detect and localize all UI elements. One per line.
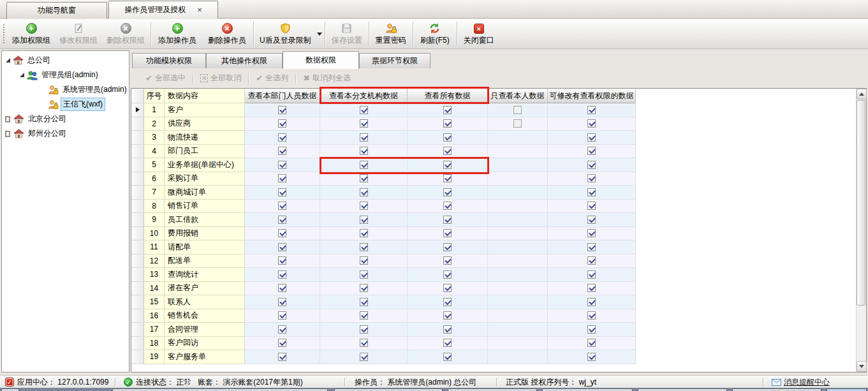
row-indicator-cell[interactable] xyxy=(131,282,144,296)
tab-other-operation-permission[interactable]: 其他操作权限 xyxy=(206,53,283,68)
permission-checkbox[interactable] xyxy=(360,339,368,347)
permission-checkbox[interactable] xyxy=(278,284,286,292)
taskbar-item[interactable] xyxy=(334,388,443,391)
table-row[interactable]: 12配送单 xyxy=(131,255,636,269)
table-row[interactable]: 18客户回访 xyxy=(131,337,636,351)
permission-checkbox[interactable] xyxy=(278,161,286,169)
permission-checkbox[interactable] xyxy=(360,216,368,224)
table-row[interactable]: 5业务单据(单据中心) xyxy=(131,158,636,172)
table-row[interactable]: 16销售机会 xyxy=(131,309,636,323)
permission-checkbox[interactable] xyxy=(278,298,286,306)
row-indicator-cell[interactable] xyxy=(131,255,144,269)
cancel-column-button[interactable]: ✖ 取消列全选 xyxy=(298,73,356,84)
permission-checkbox[interactable] xyxy=(587,353,596,361)
table-row[interactable]: 8销售订单 xyxy=(131,200,636,214)
permission-checkbox[interactable] xyxy=(360,243,368,251)
ushield-login-limit-button[interactable]: U盾及登录限制 xyxy=(255,19,316,48)
row-indicator-cell[interactable] xyxy=(131,227,144,241)
collapse-toggle-icon[interactable] xyxy=(6,58,10,63)
delete-permission-group-button[interactable]: × 删除权限组 xyxy=(102,19,149,48)
tab-function-navigator[interactable]: 功能导航窗 xyxy=(6,2,107,18)
delete-operator-button[interactable]: × 删除操作员 xyxy=(202,19,252,48)
permission-checkbox[interactable] xyxy=(443,119,452,128)
permission-checkbox[interactable] xyxy=(587,270,596,279)
table-row[interactable]: 14潜在客户 xyxy=(131,282,636,296)
permission-checkbox[interactable] xyxy=(278,147,286,155)
refresh-button[interactable]: 刷新(F5) xyxy=(415,19,455,48)
permission-checkbox[interactable] xyxy=(278,119,286,128)
permission-checkbox[interactable] xyxy=(443,229,452,237)
permission-checkbox[interactable] xyxy=(443,311,452,320)
permission-checkbox[interactable] xyxy=(278,270,286,279)
permission-checkbox[interactable] xyxy=(278,339,286,347)
permission-checkbox[interactable] xyxy=(587,174,596,182)
table-row[interactable]: 4部门员工 xyxy=(131,145,636,159)
scroll-up-button[interactable] xyxy=(857,89,867,100)
tab-module-permission[interactable]: 功能模块权限 xyxy=(132,53,206,68)
permission-checkbox[interactable] xyxy=(587,256,596,265)
permission-checkbox[interactable] xyxy=(278,188,286,196)
permission-checkbox[interactable] xyxy=(360,133,368,142)
permission-checkbox[interactable] xyxy=(443,147,452,155)
permission-checkbox[interactable] xyxy=(587,298,596,306)
column-header-modify-data[interactable]: 可修改有查看权限的数据 xyxy=(548,89,636,103)
permission-checkbox[interactable] xyxy=(360,106,368,114)
permission-checkbox[interactable] xyxy=(360,147,368,155)
tab-operator-management[interactable]: 操作员管理及授权 × xyxy=(108,1,218,18)
permission-checkbox[interactable] xyxy=(278,174,286,182)
row-indicator-cell[interactable] xyxy=(131,131,144,145)
table-row[interactable]: 15联系人 xyxy=(131,295,636,309)
table-row[interactable]: 11请配单 xyxy=(131,240,636,255)
close-tab-icon[interactable]: × xyxy=(197,6,202,14)
permission-checkbox[interactable] xyxy=(443,202,452,210)
message-center-link[interactable]: 消息提醒中心 xyxy=(772,376,830,388)
permission-checkbox[interactable] xyxy=(360,353,368,361)
permission-checkbox[interactable] xyxy=(360,325,368,334)
permission-checkbox[interactable] xyxy=(443,298,452,306)
tree-node-wangxinfei[interactable]: 王信飞(wxf) xyxy=(45,98,105,111)
table-row[interactable]: 10费用报销 xyxy=(131,227,636,241)
permission-checkbox[interactable] xyxy=(587,284,596,292)
permission-checkbox[interactable] xyxy=(587,161,596,169)
tab-ticket-link-permission[interactable]: 票据环节权限 xyxy=(359,53,430,68)
permission-checkbox[interactable] xyxy=(443,339,452,347)
save-settings-button[interactable]: 保存设置 xyxy=(327,19,367,48)
expand-toggle-icon[interactable] xyxy=(6,117,10,122)
permission-checkbox[interactable] xyxy=(443,188,452,196)
permission-checkbox[interactable] xyxy=(587,339,596,347)
collapse-toggle-icon[interactable] xyxy=(20,73,24,77)
permission-checkbox[interactable] xyxy=(443,256,452,265)
table-row[interactable]: 9员工借款 xyxy=(131,213,636,227)
column-header-num[interactable]: 序号 xyxy=(144,89,165,103)
permission-checkbox[interactable] xyxy=(360,119,368,128)
permission-checkbox[interactable] xyxy=(278,256,286,265)
row-indicator-cell[interactable] xyxy=(131,337,144,351)
cancel-all-button[interactable]: ✕ 全部取消 xyxy=(195,73,246,84)
permission-checkbox[interactable] xyxy=(587,243,596,251)
permission-checkbox[interactable] xyxy=(443,243,452,251)
tree-node-head-office[interactable]: 总公司 xyxy=(6,54,52,67)
permission-checkbox[interactable] xyxy=(587,202,596,210)
tree-node-beijing-branch[interactable]: 北京分公司 xyxy=(6,112,68,126)
permission-checkbox[interactable] xyxy=(360,174,368,182)
taskbar-item[interactable] xyxy=(542,388,633,391)
row-indicator-cell[interactable] xyxy=(131,213,144,227)
add-operator-button[interactable]: + 添加操作员 xyxy=(152,19,202,48)
column-header-self-data[interactable]: 只查看本人数据 xyxy=(488,89,548,103)
row-indicator-cell[interactable] xyxy=(131,268,144,282)
row-indicator-cell[interactable] xyxy=(131,323,144,337)
permission-checkbox[interactable] xyxy=(360,284,368,292)
permission-checkbox[interactable] xyxy=(278,229,286,237)
permission-checkbox[interactable] xyxy=(278,202,286,210)
select-all-button[interactable]: ✔ 全部选中 xyxy=(140,73,191,84)
permission-checkbox[interactable] xyxy=(587,325,596,334)
edit-permission-group-button[interactable]: 修改权限组 xyxy=(55,19,102,48)
tree-node-system-admin[interactable]: 系统管理员(admin) xyxy=(45,83,129,96)
table-row[interactable]: 2供应商 xyxy=(131,117,636,131)
row-indicator-cell[interactable] xyxy=(131,103,144,117)
permission-checkbox[interactable] xyxy=(587,216,596,224)
column-header-dept-data[interactable]: 查看本部门人员数据 xyxy=(245,89,320,103)
permission-checkbox[interactable] xyxy=(587,106,596,114)
permission-checkbox[interactable] xyxy=(443,216,452,224)
permission-checkbox[interactable] xyxy=(360,202,368,210)
